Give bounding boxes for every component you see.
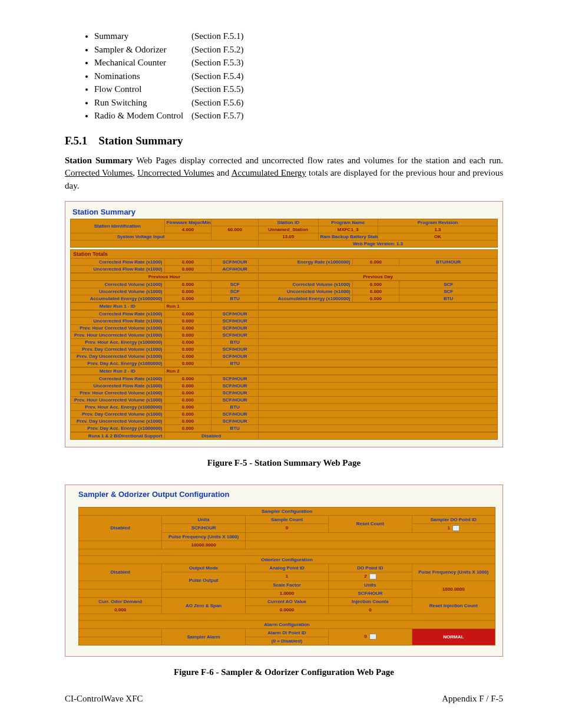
toc-sec: (Section F.5.3) xyxy=(191,58,243,67)
toc-name: Mechanical Counter xyxy=(94,56,191,70)
pd-cv-l: Corrected Volume (x1000) xyxy=(259,281,353,288)
odor-pf-value: 1000.0000 xyxy=(412,581,495,597)
alarm-di-label: Alarm DI Point ID xyxy=(245,628,328,637)
cfr-unit: SCF/HOUR xyxy=(211,258,259,265)
run2-header: Meter Run 2 - ID xyxy=(71,367,165,374)
sampler-do-value[interactable]: 1 xyxy=(412,523,495,532)
run-row-unit: BTU xyxy=(211,338,259,345)
do-point-value[interactable]: 2 xyxy=(329,572,412,581)
prev-value: 1.3 xyxy=(378,226,498,233)
run-row-label: Prev. Hour Acc. Energy (x1000000) xyxy=(71,403,165,410)
toc-item: Mechanical Counter(Section F.5.3) xyxy=(94,56,503,70)
do-point-label: DO Point ID xyxy=(329,564,412,572)
webpage-title-2: Sampler & Odorizer Output Configuration xyxy=(78,490,495,499)
fw-major: 4.000 xyxy=(164,226,211,233)
ufr-unit: ACF/HOUR xyxy=(211,265,259,272)
sampler-hdr: Sampler Configuration xyxy=(79,507,495,515)
section-heading: F.5.1 Station Summary xyxy=(65,134,503,147)
pd-header: Previous Day xyxy=(259,273,498,280)
footer-right: Appendix F / F-5 xyxy=(442,694,503,704)
run-row-value: 0.000 xyxy=(164,382,211,389)
run-row-value: 0.000 xyxy=(164,417,211,424)
run-row-unit: SCF/HOUR xyxy=(211,353,259,360)
station-ident-label: Station Identification xyxy=(71,219,165,233)
ph-cv-u: SCF xyxy=(211,281,259,288)
sampler-do-label: Sampler DO Point ID xyxy=(412,515,495,523)
fw-minor: 60.000 xyxy=(211,226,259,240)
run-row-value: 0.000 xyxy=(164,396,211,403)
bidi-label: Runs 1 & 2 BiDirectional Support xyxy=(71,432,165,439)
analog-point-value: 1 xyxy=(245,572,328,581)
run1-table: Corrected Flow Rate (x1000)0.000SCF/HOUR… xyxy=(70,310,498,367)
run-row-value: 0.000 xyxy=(164,324,211,331)
toc-name: Summary xyxy=(94,29,191,43)
pname-value: MXFC1_3 xyxy=(318,226,378,233)
cfr-value: 0.000 xyxy=(164,258,211,265)
toc-sec: (Section F.5.6) xyxy=(191,98,243,107)
run-row-value: 0.000 xyxy=(164,338,211,345)
sampler-pf-label: Pulse Frequency (Units X 1000) xyxy=(162,532,245,541)
run-row-label: Prev. Day Acc. Energy (x1000000) xyxy=(71,424,165,431)
pd-ae-l: Accumulated Energy (x1000000) xyxy=(259,295,353,302)
pd-uv-v: 0.000 xyxy=(352,288,399,295)
run-row-unit: SCF/HOUR xyxy=(211,375,259,382)
alarm-di-value[interactable]: 0 xyxy=(329,628,412,645)
ufr-value: 0.000 xyxy=(164,265,211,272)
rbbs-label: Ram Backup Battery Status xyxy=(318,233,378,240)
station-totals-header: Station Totals xyxy=(70,249,498,258)
odor-hdr: Odorizer Configuration xyxy=(79,555,495,564)
ao-zero-span-button[interactable]: AO Zero & Span xyxy=(162,597,245,614)
ph-ae-u: BTU xyxy=(211,295,259,302)
run-row-label: Prev. Hour Acc. Energy (x1000000) xyxy=(71,338,165,345)
cod-value: 0.000 xyxy=(79,605,162,614)
ph-uv-v: 0.000 xyxy=(164,288,211,295)
reset-count-button[interactable]: Reset Count xyxy=(329,515,412,532)
toc-name: Nominations xyxy=(94,70,191,83)
run-row-value: 0.000 xyxy=(164,360,211,367)
para-lead: Station Summary xyxy=(65,156,133,165)
toc-item: Sampler & Odorizer(Section F.5.2) xyxy=(94,43,503,57)
toc-list: Summary(Section F.5.1) Sampler & Odorize… xyxy=(65,29,503,123)
odor-disabled: Disabled xyxy=(79,564,162,581)
rbbs-value: OK xyxy=(378,233,498,240)
run-row-label: Corrected Flow Rate (x1000) xyxy=(71,310,165,317)
sample-count-value: 0 xyxy=(245,523,328,532)
run-row-label: Prev. Day Uncorrected Volume (x1000) xyxy=(71,353,165,360)
run-row-unit: BTU xyxy=(211,424,259,431)
scale-factor-label: Scale Factor xyxy=(245,581,328,589)
sid-value: Unnamed_Station xyxy=(259,226,319,233)
toc-sec: (Section F.5.1) xyxy=(191,31,243,41)
run2-table: Corrected Flow Rate (x1000)0.000SCF/HOUR… xyxy=(70,375,498,432)
ph-ae-v: 0.000 xyxy=(164,295,211,302)
run-row-unit: SCF/HOUR xyxy=(211,396,259,403)
run-row-value: 0.000 xyxy=(164,410,211,417)
odor-units-value: SCF/HOUR xyxy=(329,589,412,597)
page-footer: CI-ControlWave XFC Appendix F / F-5 xyxy=(65,694,503,704)
er-label: Energy Rate (x1000000) xyxy=(259,258,353,265)
run-row-value: 0.000 xyxy=(164,317,211,324)
toc-sec: (Section F.5.4) xyxy=(191,71,243,81)
figure-f5: Station Summary Station Identification F… xyxy=(65,201,503,447)
er-value: 0.000 xyxy=(352,258,399,265)
prev-period-header: Previous Hour Previous Day xyxy=(70,273,498,281)
run-row-label: Prev. Hour Uncorrected Volume (x1000) xyxy=(71,396,165,403)
output-mode-value: Pulse Output xyxy=(162,572,245,589)
run-row-label: Prev. Hour Corrected Volume (x1000) xyxy=(71,324,165,331)
run-row-value: 0.000 xyxy=(164,375,211,382)
ph-ae-l: Accumulated Energy (x1000000) xyxy=(71,295,165,302)
run-row-value: 0.000 xyxy=(164,310,211,317)
pname-label: Program Name xyxy=(318,219,378,226)
run-row-value: 0.000 xyxy=(164,389,211,396)
alarm-hdr: Alarm Configuration xyxy=(79,620,495,628)
toc-item: Summary(Section F.5.1) xyxy=(94,29,503,43)
run-row-value: 0.000 xyxy=(164,353,211,360)
prev-period-table: Corrected Volume (x1000) 0.000 SCF Corre… xyxy=(70,281,498,302)
sampler-units-value: SCF/HOUR xyxy=(162,523,245,532)
cfr-label: Corrected Flow Rate (x1000) xyxy=(71,258,165,265)
odor-units-label: Units xyxy=(329,581,412,589)
cao-label: Current AO Value xyxy=(245,597,328,605)
reset-injection-button[interactable]: Reset Injection Count xyxy=(412,597,495,614)
toc-item: Radio & Modem Control(Section F.5.7) xyxy=(94,109,503,123)
alarm-status: NORMAL xyxy=(412,628,495,645)
sampler-config-table: Sampler Configuration Disabled Units Sam… xyxy=(78,507,495,645)
